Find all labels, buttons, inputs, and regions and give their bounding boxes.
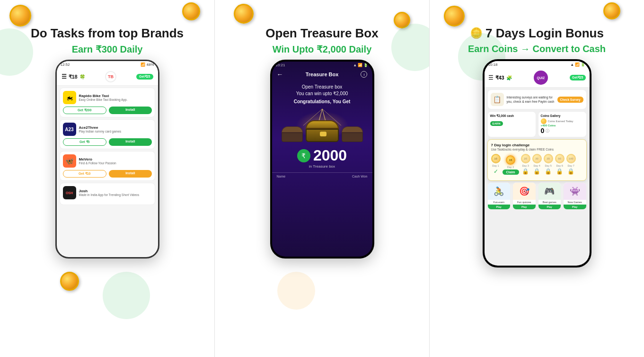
- hamburger-icon[interactable]: ☰: [62, 73, 67, 80]
- col-name: Name: [277, 175, 286, 178]
- header-left-3: ☰ ₹43 🧩: [488, 74, 512, 81]
- section-tasks: Do Tasks from top Brands Earn ₹300 Daily…: [0, 0, 215, 357]
- col-cash: Cash Won: [352, 175, 368, 178]
- main-container: Do Tasks from top Brands Earn ₹300 Daily…: [0, 0, 644, 357]
- task-card-rapido: 🏍 Rapido Bike Taxi Easy Online Bike Taxi…: [60, 88, 155, 117]
- day-item-7: 100 Day 7 🔒: [566, 154, 576, 175]
- leaf-icon: 🍀: [79, 74, 85, 80]
- phone2-status: 10:21 ▲ 📶 🔋: [272, 62, 372, 69]
- whatsapp-btn-3[interactable]: Get₹25: [570, 75, 585, 80]
- earn-card2-title: Coins Gallery: [541, 114, 584, 117]
- game-label-4: New Games: [564, 200, 586, 205]
- game-fun-earn: 🚴 Fun+earn Play: [487, 182, 511, 210]
- task-info-josh: Josh Made in India App for Trending Shor…: [79, 189, 139, 196]
- games-row: 🚴 Fun+earn Play 🎯 Fun quizzes Play 🎮 Bes…: [487, 182, 587, 210]
- game-img-4: 👾: [564, 183, 586, 200]
- earn-card1-title: Win ₹2,000 cash: [490, 114, 533, 118]
- section3-title-text: 7 Days Login Bonus: [485, 26, 604, 41]
- game-img-2: 🎯: [513, 183, 536, 200]
- earn-card1-button[interactable]: EARN: [490, 121, 503, 126]
- amount-label: in Treasure box: [279, 164, 365, 169]
- day-item-5: 35 Day 5 🔒: [544, 154, 553, 175]
- back-icon[interactable]: ←: [277, 71, 283, 78]
- challenge-title: 7 Day login challenge: [491, 143, 583, 147]
- install-button-mevero[interactable]: Install: [109, 170, 152, 178]
- phone2-wrapper: 10:21 ▲ 📶 🔋 ← Treasure Box i Open Treasu…: [270, 60, 374, 357]
- section1-title: Do Tasks from top Brands: [31, 26, 184, 41]
- coin-count-row: 0 ⓘ: [541, 127, 584, 134]
- day3-coin: 20: [521, 154, 530, 163]
- earn-button-ace[interactable]: Get ₹5: [63, 138, 107, 146]
- task-desc-ace: Play Indian rummy card games: [79, 130, 122, 133]
- task-card-top-mevero: 🦋 MeVero Find & Follow Your Passion: [63, 154, 152, 168]
- chest-lid: [306, 120, 339, 129]
- task-icon-rapido: 🏍: [63, 91, 76, 104]
- treasure-line1: Open Treasure box: [279, 84, 365, 90]
- phone3: 10:18 ▲ 📶 🔋 ☰ ₹43 🧩 QUIZ: [483, 59, 591, 268]
- task-name-ace: Ace2Three: [79, 125, 122, 130]
- survey-button[interactable]: Check Survey: [557, 97, 583, 103]
- section-treasure: Open Treasure Box Win Upto ₹2,000 Daily …: [215, 0, 430, 357]
- chest-left: [282, 126, 303, 142]
- deco-coin: [9, 5, 31, 27]
- day6-coin: 50: [555, 154, 565, 163]
- login-challenge-card: 7 Day login challenge Use Taskbucks ever…: [487, 139, 587, 181]
- game-quizzes: 🎯 Fun quizzes Play: [512, 182, 536, 210]
- section3-icon: 🪙: [470, 27, 483, 39]
- chest-body: [306, 129, 339, 142]
- earn-card2-coins-row: Coins Earned Today: [541, 118, 584, 124]
- play-button-1[interactable]: Play: [488, 205, 511, 209]
- phone1-status: 12:52 📶 48%: [57, 61, 158, 68]
- whatsapp-label-3: Get₹25: [572, 76, 583, 79]
- phone1-wrapper: 12:52 📶 48% ☰ ₹18 🍀 TB Get₹25: [55, 60, 159, 357]
- phone1: 12:52 📶 48% ☰ ₹18 🍀 TB Get₹25: [55, 60, 159, 259]
- task-desc-josh: Made in India App for Trending Short Vid…: [79, 193, 139, 196]
- deco-coin-3b: [603, 2, 620, 19]
- congrats-text: Congratulations, You Get: [279, 99, 365, 104]
- play-button-4[interactable]: Play: [564, 205, 586, 209]
- earn-button-mevero[interactable]: Get ₹10: [63, 170, 107, 178]
- play-button-3[interactable]: Play: [538, 205, 561, 209]
- phone3-status: 10:18 ▲ 📶 🔋: [485, 61, 590, 68]
- day7-action: 🔒: [567, 168, 574, 175]
- day6-label: Day 6: [556, 164, 563, 167]
- earn-cards-row: Win ₹2,000 cash EARN Coins Gallery Coins…: [487, 111, 587, 137]
- treasure-amount: ₹ 2000: [279, 147, 365, 164]
- rupee-bag-icon: ₹: [297, 149, 310, 162]
- day-item-2: 15 Day 2 Claim: [503, 155, 519, 175]
- day3-action: 🔒: [522, 168, 529, 175]
- day4-coin: 30: [532, 154, 542, 163]
- treasure-line2: You can win upto ₹2,000: [279, 90, 365, 97]
- earn-card2-sub: Coins Earned Today: [548, 120, 573, 123]
- header-left: ☰ ₹18 🍀: [62, 73, 85, 80]
- play-button-2[interactable]: Play: [513, 205, 536, 209]
- info-icon[interactable]: i: [361, 71, 367, 78]
- treasure-visual: [279, 107, 365, 144]
- day7-label: Day 7: [567, 164, 574, 167]
- phone2: 10:21 ▲ 📶 🔋 ← Treasure Box i Open Treasu…: [270, 60, 374, 259]
- claim-button[interactable]: Claim: [503, 170, 519, 175]
- task-card-top-josh: OSH Josh Made in India App for Trending …: [63, 186, 152, 199]
- install-button-rapido[interactable]: Install: [109, 107, 152, 114]
- coin-count: 0: [541, 127, 545, 134]
- coin-info-icon[interactable]: ⓘ: [546, 128, 549, 134]
- task-card-ace: A23 Ace2Three Play Indian rummy card gam…: [60, 119, 155, 149]
- subtitle-text-part1: Earn Coins: [468, 44, 520, 54]
- day-item-1: 10 Day 1 ✓: [491, 154, 501, 175]
- subtitle-text-part2: Convert to Cash: [533, 44, 606, 54]
- day2-label: Day 2: [507, 166, 514, 169]
- game-new-games: 👾 New Games Play: [563, 182, 587, 210]
- whatsapp-button[interactable]: Get₹25: [136, 74, 153, 80]
- balance-3: ₹43: [495, 75, 504, 81]
- task-info: Rapido Bike Taxi Easy Online Bike Taxi B…: [79, 94, 128, 101]
- install-button-ace[interactable]: Install: [109, 138, 152, 146]
- day5-action: 🔒: [545, 168, 552, 175]
- chest-right: [342, 126, 363, 142]
- earn-button-rapido[interactable]: Get ₹200: [63, 107, 107, 114]
- task-info-ace: Ace2Three Play Indian rummy card games: [79, 125, 122, 133]
- deco-coin-2a: [234, 4, 254, 24]
- game-label-3: Best games: [538, 200, 561, 205]
- section2-title: Open Treasure Box: [265, 26, 378, 41]
- task-card-josh: OSH Josh Made in India App for Trending …: [60, 183, 155, 205]
- hamburger-icon-3[interactable]: ☰: [488, 74, 494, 81]
